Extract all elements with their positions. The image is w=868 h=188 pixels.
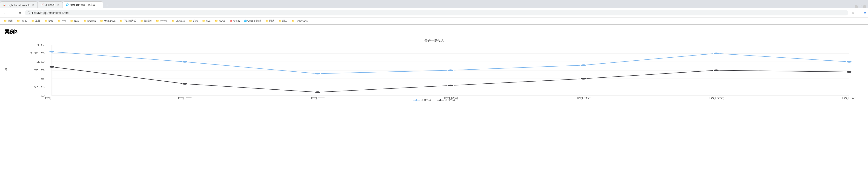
bookmark-port[interactable]: 📁 端口: [277, 19, 289, 23]
svg-point-33: [581, 78, 586, 80]
browser-actions: ☆ ⋮ M: [850, 10, 866, 16]
browser-chrome: 📊 Highcharts Example ✕ 📈 3-曲线图 ✕ 🌐 博客后台管…: [0, 0, 868, 25]
browser-menu-button[interactable]: ⋮: [857, 10, 863, 16]
minimize-button[interactable]: [855, 5, 858, 8]
bookmark-label-regex: 正则表达式: [123, 19, 136, 23]
bookmark-label-port: 端口: [282, 19, 287, 23]
svg-point-31: [315, 91, 320, 93]
svg-text:周四: 周四: [443, 97, 458, 100]
svg-point-29: [49, 66, 55, 68]
tab-label-3: 博客后台管理 - 博客园: [70, 3, 95, 7]
bookmark-java[interactable]: 📁 java: [56, 19, 68, 23]
page-title: 案例3: [5, 28, 863, 35]
tab-favicon-1: 📊: [3, 3, 6, 7]
svg-text:周天: 周天: [841, 97, 857, 100]
forward-button[interactable]: →: [9, 10, 16, 16]
bookmark-label-interview: 面试: [269, 19, 274, 23]
bookmark-label-forum: 论坛: [193, 19, 198, 23]
bookmark-folder-icon-apps: 📁: [4, 19, 7, 22]
close-button[interactable]: [863, 5, 866, 8]
svg-point-32: [448, 85, 454, 86]
bookmark-label-highcharts: Highcharts: [296, 20, 308, 22]
refresh-button[interactable]: ↻: [17, 10, 23, 16]
bookmark-folder-icon-maven: 📁: [156, 19, 159, 22]
bookmark-github[interactable]: 🐙 github: [228, 19, 242, 23]
bookmark-folder-icon-hadoop: 📁: [84, 19, 87, 22]
bookmark-folder-icon-markdown: 📁: [100, 19, 103, 22]
svg-text:周六: 周六: [708, 97, 724, 100]
svg-text:5: 5: [40, 77, 45, 80]
page-content: 案例3 最近一周气温 温度(℃) 15 12.5: [0, 25, 868, 106]
bookmark-hive[interactable]: 📁 hive: [200, 19, 213, 23]
svg-text:10: 10: [36, 60, 45, 63]
bookmark-label-linux: linux: [74, 20, 79, 22]
chart-area: 温度(℃) 15 12.5 10: [5, 45, 863, 96]
bookmark-label-hive: hive: [206, 20, 211, 22]
tab-label-2: 3-曲线图: [45, 3, 55, 7]
bookmark-apps[interactable]: 📁 应用: [2, 19, 14, 23]
bookmark-label-java: java: [61, 20, 66, 22]
bookmark-editor[interactable]: 📁 编辑器: [138, 19, 154, 23]
tab-blog-admin[interactable]: 🌐 博客后台管理 - 博客园 ✕: [63, 1, 103, 8]
svg-point-39: [439, 99, 441, 101]
bookmark-vmware[interactable]: 📁 VMware: [170, 19, 186, 23]
back-button[interactable]: ←: [2, 10, 8, 16]
bookmark-folder-icon-editor: 📁: [140, 19, 144, 22]
new-tab-button[interactable]: +: [104, 2, 111, 8]
bookmark-label-github: github: [233, 20, 240, 22]
svg-text:周二: 周二: [177, 97, 192, 100]
tab-close-3[interactable]: ✕: [97, 3, 100, 7]
bookmark-tools[interactable]: 📁 工具: [29, 19, 42, 23]
bookmark-folder-icon-port: 📁: [278, 19, 282, 22]
bookmark-label-apps: 应用: [8, 19, 13, 23]
tab-favicon-2: 📈: [41, 3, 44, 7]
bookmark-folder-icon-blog: 📁: [44, 19, 48, 22]
bookmark-label-hadoop: hadoop: [87, 20, 96, 22]
bookmark-mysql[interactable]: 📁 mysql: [213, 19, 227, 23]
svg-text:7.5: 7.5: [34, 69, 44, 72]
address-bar: ← → ↻ ⓘ file:///D:/AppDemo/demo3.html ☆ …: [0, 8, 868, 18]
svg-point-22: [49, 51, 55, 53]
svg-point-30: [182, 83, 188, 85]
bookmark-label-vmware: VMware: [176, 20, 185, 22]
svg-point-25: [448, 69, 454, 71]
bookmark-hadoop[interactable]: 📁 hadoop: [82, 19, 98, 23]
tab-highcharts-example[interactable]: 📊 Highcharts Example ✕: [0, 1, 38, 8]
bookmark-label-tools: 工具: [35, 19, 40, 23]
chart-svg: 15 12.5 10 7.5 5 2.5: [9, 45, 863, 96]
svg-point-27: [713, 53, 719, 54]
url-bar[interactable]: ⓘ file:///D:/AppDemo/demo3.html: [25, 10, 848, 16]
bookmark-highcharts[interactable]: 📁 Highcharts: [290, 19, 309, 23]
legend-high-temp[interactable]: 最高气温: [413, 98, 431, 102]
bookmark-page-icon-github: 🐙: [229, 20, 232, 22]
bookmark-folder-icon-interview: 📁: [265, 19, 269, 22]
bookmark-linux[interactable]: 📁 linux: [68, 19, 81, 23]
svg-text:周五: 周五: [576, 97, 591, 100]
chart-legend: 最高气温 最低气温: [5, 98, 863, 102]
svg-point-28: [846, 61, 852, 63]
chart-title: 最近一周气温: [5, 39, 863, 43]
svg-text:15: 15: [36, 44, 45, 46]
bookmark-study[interactable]: 📁 Study: [15, 19, 29, 23]
bookmark-folder-icon-linux: 📁: [70, 19, 73, 22]
bookmark-folder-icon-highcharts: 📁: [291, 19, 295, 22]
profile-button[interactable]: M: [864, 11, 866, 15]
bookmark-markdown[interactable]: 📁 Markdown: [98, 19, 118, 23]
bookmark-folder-icon-study: 📁: [17, 19, 20, 22]
bookmark-star-button[interactable]: ☆: [850, 10, 856, 16]
bookmark-google-translate[interactable]: 🌐 Google 翻译: [242, 19, 263, 23]
nav-buttons: ← → ↻: [2, 10, 23, 16]
tab-curve-chart[interactable]: 📈 3-曲线图 ✕: [38, 1, 63, 8]
svg-point-26: [581, 64, 586, 66]
bookmark-blog[interactable]: 📁 博客: [42, 19, 55, 23]
url-text: file:///D:/AppDemo/demo3.html: [31, 11, 845, 15]
bookmark-interview[interactable]: 📁 面试: [264, 19, 276, 23]
bookmark-regex[interactable]: 📁 正则表达式: [118, 19, 138, 23]
svg-text:周一: 周一: [44, 97, 60, 100]
bookmark-maven[interactable]: 📁 maven: [154, 19, 169, 23]
bookmark-forum[interactable]: 📁 论坛: [187, 19, 200, 23]
tab-close-2[interactable]: ✕: [57, 3, 60, 7]
tab-bar: 📊 Highcharts Example ✕ 📈 3-曲线图 ✕ 🌐 博客后台管…: [0, 0, 868, 8]
maximize-button[interactable]: [859, 5, 862, 8]
tab-close-1[interactable]: ✕: [31, 3, 35, 7]
